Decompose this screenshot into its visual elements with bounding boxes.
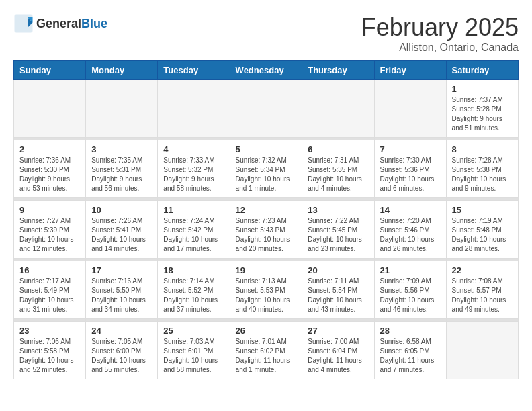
day-header-friday: Friday xyxy=(374,61,446,80)
day-number: 3 xyxy=(91,144,152,154)
logo-icon xyxy=(13,13,34,34)
calendar-cell xyxy=(230,80,302,138)
page-header: GeneralBlue February 2025 Alliston, Onta… xyxy=(13,13,519,54)
title-block: February 2025 Alliston, Ontario, Canada xyxy=(361,13,519,54)
day-header-tuesday: Tuesday xyxy=(158,61,230,80)
day-info: Sunrise: 7:30 AM Sunset: 5:36 PM Dayligh… xyxy=(380,156,441,193)
day-info: Sunrise: 7:13 AM Sunset: 5:53 PM Dayligh… xyxy=(236,277,297,314)
calendar-cell xyxy=(374,80,446,138)
day-number: 25 xyxy=(163,326,224,336)
calendar-week-row: 2Sunrise: 7:36 AM Sunset: 5:30 PM Daylig… xyxy=(14,140,519,198)
day-info: Sunrise: 7:17 AM Sunset: 5:49 PM Dayligh… xyxy=(19,277,80,314)
day-number: 2 xyxy=(19,144,80,154)
calendar-cell xyxy=(86,80,158,138)
day-info: Sunrise: 7:23 AM Sunset: 5:43 PM Dayligh… xyxy=(236,216,297,254)
day-info: Sunrise: 7:09 AM Sunset: 5:56 PM Dayligh… xyxy=(380,277,441,314)
day-info: Sunrise: 7:24 AM Sunset: 5:42 PM Dayligh… xyxy=(163,216,224,254)
calendar-cell: 7Sunrise: 7:30 AM Sunset: 5:36 PM Daylig… xyxy=(374,140,446,198)
calendar-header-row: SundayMondayTuesdayWednesdayThursdayFrid… xyxy=(14,61,519,80)
calendar-cell: 21Sunrise: 7:09 AM Sunset: 5:56 PM Dayli… xyxy=(374,261,446,319)
calendar-cell: 6Sunrise: 7:31 AM Sunset: 5:35 PM Daylig… xyxy=(302,140,374,198)
day-info: Sunrise: 7:27 AM Sunset: 5:39 PM Dayligh… xyxy=(19,216,80,254)
day-number: 11 xyxy=(163,205,224,215)
day-info: Sunrise: 7:22 AM Sunset: 5:45 PM Dayligh… xyxy=(308,216,368,254)
day-info: Sunrise: 7:00 AM Sunset: 6:04 PM Dayligh… xyxy=(308,337,368,375)
calendar-week-row: 1Sunrise: 7:37 AM Sunset: 5:28 PM Daylig… xyxy=(14,80,519,138)
day-info: Sunrise: 7:26 AM Sunset: 5:41 PM Dayligh… xyxy=(91,216,152,254)
day-number: 21 xyxy=(380,265,441,275)
calendar-cell xyxy=(302,80,374,138)
calendar-cell: 24Sunrise: 7:05 AM Sunset: 6:00 PM Dayli… xyxy=(86,322,158,379)
calendar-cell: 14Sunrise: 7:20 AM Sunset: 5:46 PM Dayli… xyxy=(374,201,446,259)
day-number: 5 xyxy=(236,144,297,154)
day-info: Sunrise: 7:01 AM Sunset: 6:02 PM Dayligh… xyxy=(236,337,297,375)
calendar-table: SundayMondayTuesdayWednesdayThursdayFrid… xyxy=(13,60,519,379)
day-header-wednesday: Wednesday xyxy=(230,61,302,80)
calendar-cell: 10Sunrise: 7:26 AM Sunset: 5:41 PM Dayli… xyxy=(86,201,158,259)
day-info: Sunrise: 7:28 AM Sunset: 5:38 PM Dayligh… xyxy=(452,156,513,193)
calendar-cell: 9Sunrise: 7:27 AM Sunset: 5:39 PM Daylig… xyxy=(14,201,86,259)
day-number: 4 xyxy=(163,144,224,154)
day-number: 23 xyxy=(19,326,80,336)
day-header-sunday: Sunday xyxy=(14,61,86,80)
calendar-cell: 3Sunrise: 7:35 AM Sunset: 5:31 PM Daylig… xyxy=(86,140,158,198)
calendar-cell: 27Sunrise: 7:00 AM Sunset: 6:04 PM Dayli… xyxy=(302,322,374,379)
day-number: 10 xyxy=(91,205,152,215)
calendar-week-row: 9Sunrise: 7:27 AM Sunset: 5:39 PM Daylig… xyxy=(14,201,519,259)
day-info: Sunrise: 7:32 AM Sunset: 5:34 PM Dayligh… xyxy=(236,156,297,193)
day-number: 13 xyxy=(308,205,368,215)
day-info: Sunrise: 7:19 AM Sunset: 5:48 PM Dayligh… xyxy=(452,216,513,254)
day-number: 12 xyxy=(236,205,297,215)
day-number: 17 xyxy=(91,265,152,275)
day-info: Sunrise: 7:03 AM Sunset: 6:01 PM Dayligh… xyxy=(163,337,224,375)
day-info: Sunrise: 7:06 AM Sunset: 5:58 PM Dayligh… xyxy=(19,337,80,375)
day-number: 26 xyxy=(236,326,297,336)
calendar-cell: 12Sunrise: 7:23 AM Sunset: 5:43 PM Dayli… xyxy=(230,201,302,259)
calendar-cell: 19Sunrise: 7:13 AM Sunset: 5:53 PM Dayli… xyxy=(230,261,302,319)
calendar-cell: 1Sunrise: 7:37 AM Sunset: 5:28 PM Daylig… xyxy=(446,80,518,138)
day-number: 27 xyxy=(308,326,368,336)
calendar-week-row: 16Sunrise: 7:17 AM Sunset: 5:49 PM Dayli… xyxy=(14,261,519,319)
calendar-cell: 22Sunrise: 7:08 AM Sunset: 5:57 PM Dayli… xyxy=(446,261,518,319)
day-number: 24 xyxy=(91,326,152,336)
calendar-week-row: 23Sunrise: 7:06 AM Sunset: 5:58 PM Dayli… xyxy=(14,322,519,379)
calendar-cell: 2Sunrise: 7:36 AM Sunset: 5:30 PM Daylig… xyxy=(14,140,86,198)
calendar-cell: 20Sunrise: 7:11 AM Sunset: 5:54 PM Dayli… xyxy=(302,261,374,319)
day-number: 1 xyxy=(452,84,513,94)
calendar-cell: 25Sunrise: 7:03 AM Sunset: 6:01 PM Dayli… xyxy=(158,322,230,379)
calendar-cell xyxy=(14,80,86,138)
calendar-cell: 28Sunrise: 6:58 AM Sunset: 6:05 PM Dayli… xyxy=(374,322,446,379)
calendar-cell: 11Sunrise: 7:24 AM Sunset: 5:42 PM Dayli… xyxy=(158,201,230,259)
day-info: Sunrise: 7:36 AM Sunset: 5:30 PM Dayligh… xyxy=(19,156,80,193)
day-number: 6 xyxy=(308,144,368,154)
day-info: Sunrise: 6:58 AM Sunset: 6:05 PM Dayligh… xyxy=(380,337,441,375)
calendar-cell xyxy=(158,80,230,138)
calendar-cell: 26Sunrise: 7:01 AM Sunset: 6:02 PM Dayli… xyxy=(230,322,302,379)
day-info: Sunrise: 7:35 AM Sunset: 5:31 PM Dayligh… xyxy=(91,156,152,193)
calendar-cell: 13Sunrise: 7:22 AM Sunset: 5:45 PM Dayli… xyxy=(302,201,374,259)
day-number: 18 xyxy=(163,265,224,275)
day-info: Sunrise: 7:33 AM Sunset: 5:32 PM Dayligh… xyxy=(163,156,224,193)
subtitle: Alliston, Ontario, Canada xyxy=(361,42,519,54)
calendar-cell xyxy=(446,322,518,379)
day-number: 20 xyxy=(308,265,368,275)
day-info: Sunrise: 7:14 AM Sunset: 5:52 PM Dayligh… xyxy=(163,277,224,314)
day-number: 7 xyxy=(380,144,441,154)
calendar-cell: 5Sunrise: 7:32 AM Sunset: 5:34 PM Daylig… xyxy=(230,140,302,198)
day-info: Sunrise: 7:37 AM Sunset: 5:28 PM Dayligh… xyxy=(452,95,513,133)
day-info: Sunrise: 7:08 AM Sunset: 5:57 PM Dayligh… xyxy=(452,277,513,314)
day-header-thursday: Thursday xyxy=(302,61,374,80)
day-number: 22 xyxy=(452,265,513,275)
day-info: Sunrise: 7:11 AM Sunset: 5:54 PM Dayligh… xyxy=(308,277,368,314)
day-number: 15 xyxy=(452,205,513,215)
day-header-monday: Monday xyxy=(86,61,158,80)
day-info: Sunrise: 7:20 AM Sunset: 5:46 PM Dayligh… xyxy=(380,216,441,254)
calendar-cell: 18Sunrise: 7:14 AM Sunset: 5:52 PM Dayli… xyxy=(158,261,230,319)
main-title: February 2025 xyxy=(361,13,519,42)
calendar-cell: 16Sunrise: 7:17 AM Sunset: 5:49 PM Dayli… xyxy=(14,261,86,319)
day-number: 9 xyxy=(19,205,80,215)
calendar-cell: 23Sunrise: 7:06 AM Sunset: 5:58 PM Dayli… xyxy=(14,322,86,379)
calendar-cell: 17Sunrise: 7:16 AM Sunset: 5:50 PM Dayli… xyxy=(86,261,158,319)
logo-text: GeneralBlue xyxy=(36,17,107,31)
calendar-cell: 8Sunrise: 7:28 AM Sunset: 5:38 PM Daylig… xyxy=(446,140,518,198)
